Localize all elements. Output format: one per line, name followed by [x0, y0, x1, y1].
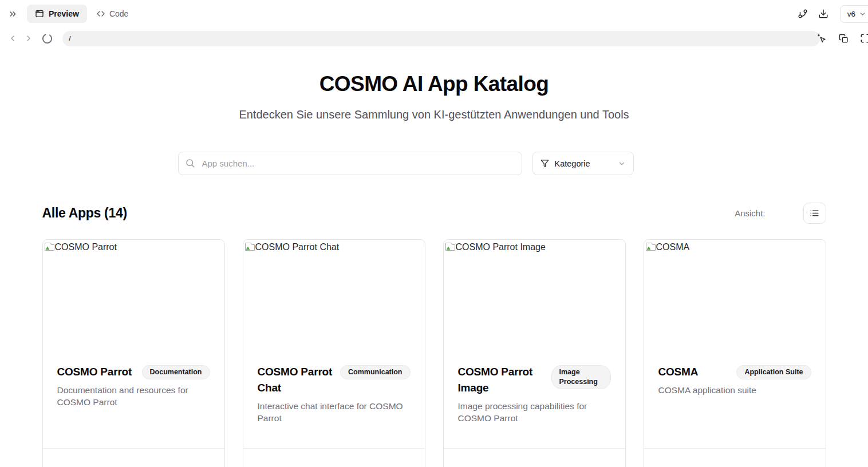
chevrons-right-icon [8, 9, 18, 19]
version-selector[interactable]: v6 [840, 5, 868, 23]
browser-navbar: / [0, 27, 868, 49]
section-title: Alle Apps (14) [42, 205, 127, 221]
app-card-cosmo-parrot-chat[interactable]: COSMO Parrot Chat COSMO Parrot Chat Comm… [243, 239, 425, 467]
fork-button[interactable] [795, 6, 810, 21]
card-image-area: COSMO Parrot [43, 240, 224, 358]
version-label: v6 [847, 10, 855, 18]
broken-image-icon [445, 242, 456, 251]
chevron-down-icon [618, 160, 626, 168]
category-badge: Documentation [142, 365, 210, 379]
card-image-area: COSMO Parrot Chat [243, 240, 425, 358]
preview-tab-label: Preview [49, 9, 79, 18]
card-footer [243, 448, 425, 467]
card-description: Documentation and resources for COSMO Pa… [57, 384, 207, 408]
copy-icon [839, 34, 849, 43]
open-in-new-button[interactable] [837, 31, 851, 46]
app-card-cosmo-parrot-image[interactable]: COSMO Parrot Image COSMO Parrot Image Im… [443, 239, 626, 467]
url-bar[interactable]: / [62, 31, 820, 46]
code-tab[interactable]: Code [96, 9, 128, 18]
image-alt-text: COSMO Parrot [55, 242, 117, 253]
page-subtitle: Entdecken Sie unsere Sammlung von KI-ges… [234, 106, 634, 123]
fullscreen-icon [860, 33, 868, 43]
card-footer [43, 448, 224, 467]
page-title: COSMO AI App Katalog [42, 72, 826, 96]
filter-icon [540, 159, 549, 168]
code-tab-label: Code [109, 9, 128, 18]
forward-icon [24, 34, 33, 43]
card-description: Interactive chat interface for COSMO Par… [258, 400, 408, 424]
category-badge: Communication [340, 365, 410, 379]
card-title: COSMO Parrot [57, 364, 135, 380]
view-label: Ansicht: [735, 208, 765, 218]
app-card-cosma[interactable]: COSMA COSMA Application Suite COSMA appl… [644, 239, 826, 467]
url-text: / [69, 34, 71, 43]
app-card-cosmo-parrot[interactable]: COSMO Parrot COSMO Parrot Documentation … [42, 239, 225, 467]
fullscreen-button[interactable] [858, 31, 868, 46]
card-title: COSMA [658, 364, 730, 380]
image-alt-text: COSMO Parrot Chat [255, 242, 340, 253]
download-button[interactable] [816, 6, 831, 21]
category-label: Kategorie [555, 159, 612, 168]
inspect-cursor-icon [816, 33, 827, 44]
search-input[interactable] [178, 152, 522, 175]
git-fork-icon [798, 9, 808, 19]
category-badge: Image Processing [551, 365, 611, 389]
forward-button[interactable] [22, 31, 35, 45]
category-badge: Application Suite [736, 365, 811, 379]
download-icon [818, 9, 828, 19]
image-alt-text: COSMO Parrot Image [456, 242, 546, 253]
search-row: Kategorie [178, 152, 634, 175]
broken-image-icon [645, 242, 656, 251]
broken-image-icon [44, 242, 55, 251]
card-footer [644, 448, 826, 467]
app-card-grid: COSMO Parrot COSMO Parrot Documentation … [42, 239, 826, 467]
card-image-area: COSMA [644, 240, 826, 358]
card-description: COSMA application suite [658, 384, 808, 396]
card-image-area: COSMO Parrot Image [444, 240, 625, 358]
panel-window-icon [35, 9, 44, 18]
preview-tab[interactable]: Preview [27, 5, 87, 23]
expand-sidebar-button[interactable] [6, 7, 20, 21]
refresh-button[interactable] [39, 30, 56, 47]
card-title: COSMO Parrot Image [458, 364, 545, 396]
back-icon [8, 34, 17, 43]
top-toolbar: Preview Code v6 [0, 0, 868, 27]
list-view-icon [810, 208, 819, 218]
broken-image-icon [244, 242, 255, 251]
image-alt-text: COSMA [656, 242, 690, 253]
card-title: COSMO Parrot Chat [258, 364, 334, 396]
list-view-button[interactable] [803, 203, 826, 224]
back-button[interactable] [6, 31, 19, 45]
catalog-page: COSMO AI App Katalog Entdecken Sie unser… [42, 49, 826, 467]
card-footer [444, 448, 625, 467]
category-dropdown[interactable]: Kategorie [532, 152, 634, 175]
refresh-icon [41, 33, 53, 45]
chevron-down-icon [859, 10, 866, 18]
code-icon [96, 9, 105, 18]
search-icon [185, 158, 195, 168]
section-header: Alle Apps (14) Ansicht: [42, 203, 826, 224]
card-description: Image processing capabilities for COSMO … [458, 400, 608, 424]
inspect-button[interactable] [814, 31, 830, 46]
